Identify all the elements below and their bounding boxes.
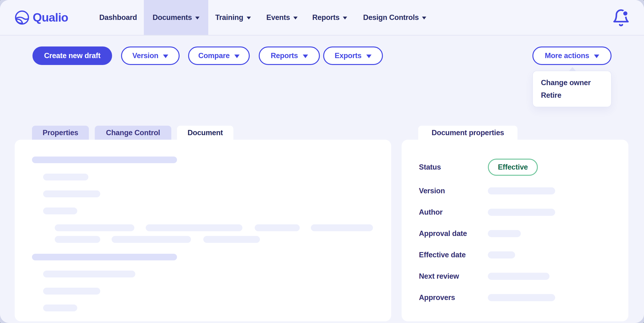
property-label: Version — [419, 187, 445, 195]
skeleton-line — [43, 288, 100, 294]
app-window: Qualio Dashboard Documents Training Even… — [0, 0, 644, 323]
backdrop: Qualio Dashboard Documents Training Even… — [0, 0, 644, 323]
document-properties-tab[interactable]: Document properties — [418, 126, 518, 140]
nav-item-design-controls[interactable]: Design Controls — [360, 0, 430, 35]
tab-properties[interactable]: Properties — [32, 126, 89, 140]
top-nav-bar: Qualio Dashboard Documents Training Even… — [0, 0, 644, 36]
exports-dropdown-button[interactable]: Exports — [323, 47, 383, 65]
skeleton-line — [255, 224, 300, 231]
property-row-status: Status Effective — [402, 158, 628, 176]
status-label: Status — [419, 163, 441, 171]
skeleton-line — [43, 304, 77, 311]
property-value-skeleton — [488, 230, 521, 237]
skeleton-heading-line — [32, 157, 177, 163]
property-label: Effective date — [419, 251, 466, 259]
more-actions-button[interactable]: More actions — [532, 47, 612, 65]
more-actions-menu: Change owner Retire — [532, 71, 612, 107]
skeleton-line — [55, 224, 134, 231]
create-new-draft-button[interactable]: Create new draft — [32, 47, 112, 65]
document-content-card — [15, 140, 391, 321]
property-value-skeleton — [488, 273, 550, 280]
chevron-down-icon — [293, 17, 298, 20]
skeleton-line — [43, 271, 135, 277]
chevron-down-icon — [303, 55, 308, 58]
version-dropdown-button[interactable]: Version — [121, 47, 180, 65]
property-row-approvers: Approvers — [402, 288, 628, 307]
skeleton-line — [43, 190, 100, 197]
menu-item-change-owner[interactable]: Change owner — [533, 76, 611, 89]
nav-item-training[interactable]: Training — [214, 0, 252, 35]
property-value-skeleton — [488, 187, 555, 194]
property-label: Next review — [419, 272, 459, 280]
chevron-down-icon — [366, 55, 372, 58]
notification-bell-icon[interactable] — [612, 9, 630, 27]
chevron-down-icon — [422, 17, 426, 20]
tab-document[interactable]: Document — [177, 126, 234, 140]
skeleton-line — [311, 224, 373, 231]
property-label: Author — [419, 208, 442, 216]
nav-item-documents[interactable]: Documents — [144, 0, 208, 35]
property-value-skeleton — [488, 209, 555, 216]
property-row-version: Version — [402, 181, 628, 200]
skeleton-line — [43, 174, 88, 180]
skeleton-line — [55, 236, 100, 243]
property-row-approval-date: Approval date — [402, 224, 628, 243]
property-row-author: Author — [402, 203, 628, 222]
property-value-skeleton — [488, 294, 555, 301]
property-label: Approvers — [419, 293, 455, 302]
status-badge: Effective — [488, 159, 538, 176]
property-row-next-review: Next review — [402, 267, 628, 286]
skeleton-line — [203, 236, 260, 243]
document-properties-card: Status Effective Version Author Approval… — [402, 140, 628, 321]
chevron-down-icon — [247, 17, 251, 20]
menu-item-retire[interactable]: Retire — [533, 89, 611, 102]
chevron-down-icon — [594, 55, 599, 58]
skeleton-line — [146, 224, 242, 231]
qualio-wordmark: Qualio — [33, 11, 68, 25]
qualio-logo[interactable]: Qualio — [15, 0, 68, 35]
tab-change-control[interactable]: Change Control — [95, 126, 171, 140]
nav-item-events[interactable]: Events — [265, 0, 299, 35]
chevron-down-icon — [343, 17, 347, 20]
chevron-down-icon — [234, 55, 240, 58]
chevron-down-icon — [195, 17, 200, 20]
chevron-down-icon — [163, 55, 168, 58]
nav-item-dashboard[interactable]: Dashboard — [98, 0, 138, 35]
compare-dropdown-button[interactable]: Compare — [188, 47, 250, 65]
property-value-skeleton — [488, 251, 515, 258]
nav-item-reports[interactable]: Reports — [311, 0, 348, 35]
skeleton-line — [43, 207, 77, 214]
reports-dropdown-button[interactable]: Reports — [259, 47, 320, 65]
skeleton-line — [112, 236, 191, 243]
property-row-effective-date: Effective date — [402, 245, 628, 264]
qualio-logo-icon — [15, 10, 30, 25]
property-label: Approval date — [419, 229, 467, 238]
skeleton-heading-line — [32, 254, 177, 260]
